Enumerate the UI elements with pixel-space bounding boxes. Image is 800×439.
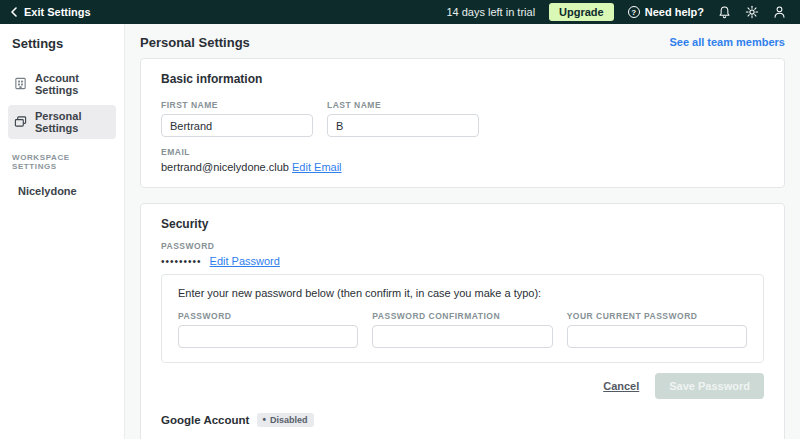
- chevron-left-icon: [10, 7, 18, 17]
- exit-settings-button[interactable]: Exit Settings: [10, 6, 91, 18]
- password-label: PASSWORD: [161, 241, 764, 251]
- cancel-button[interactable]: Cancel: [603, 380, 639, 392]
- need-help-button[interactable]: ? Need help?: [628, 6, 704, 18]
- password-confirmation-label: PASSWORD CONFIRMATION: [372, 311, 552, 321]
- need-help-label: Need help?: [645, 6, 704, 18]
- edit-email-link[interactable]: Edit Email: [292, 161, 342, 173]
- sidebar-item-personal-settings[interactable]: Personal Settings: [8, 105, 116, 139]
- new-password-field[interactable]: [178, 325, 358, 348]
- save-password-button[interactable]: Save Password: [655, 373, 764, 399]
- status-dot-icon: •: [262, 415, 266, 425]
- new-password-label: PASSWORD: [178, 311, 358, 321]
- current-password-label: YOUR CURRENT PASSWORD: [567, 311, 747, 321]
- trial-countdown: 14 days left in trial: [446, 6, 535, 18]
- gear-icon[interactable]: [745, 5, 759, 19]
- upgrade-button[interactable]: Upgrade: [549, 3, 614, 21]
- page-title: Personal Settings: [140, 35, 250, 50]
- new-password-prompt: Enter your new password below (then conf…: [178, 287, 747, 299]
- current-password-field[interactable]: [567, 325, 747, 348]
- last-name-label: LAST NAME: [327, 100, 479, 110]
- google-account-section: Google Account •Disabled Link a Google a…: [161, 413, 764, 439]
- profile-card-icon: [14, 115, 27, 130]
- security-card: Security PASSWORD ••••••••• Edit Passwor…: [140, 203, 785, 439]
- edit-password-link[interactable]: Edit Password: [210, 255, 280, 267]
- google-status-badge: •Disabled: [257, 413, 314, 427]
- bell-icon[interactable]: [718, 5, 731, 19]
- password-mask: •••••••••: [161, 256, 202, 267]
- sidebar-item-account-settings[interactable]: Account Settings: [8, 67, 116, 101]
- security-heading: Security: [161, 217, 764, 231]
- google-account-heading: Google Account: [161, 414, 249, 426]
- password-confirmation-field[interactable]: [372, 325, 552, 348]
- top-bar: Exit Settings 14 days left in trial Upgr…: [0, 0, 800, 24]
- first-name-label: FIRST NAME: [161, 100, 313, 110]
- see-all-team-members-link[interactable]: See all team members: [669, 36, 785, 48]
- building-icon: [14, 77, 27, 92]
- last-name-field[interactable]: [327, 114, 479, 137]
- new-password-panel: Enter your new password below (then conf…: [161, 274, 764, 363]
- email-label: EMAIL: [161, 147, 764, 157]
- basic-information-heading: Basic information: [161, 72, 764, 86]
- main-content: Personal Settings See all team members B…: [125, 24, 800, 439]
- email-value: bertrand@nicelydone.club: [161, 161, 289, 173]
- workspace-settings-section-label: WORKSPACE SETTINGS: [12, 153, 116, 171]
- sidebar-title: Settings: [12, 36, 116, 51]
- exit-settings-label: Exit Settings: [24, 6, 91, 18]
- user-profile-icon[interactable]: [773, 5, 786, 19]
- sidebar-item-nicelydone[interactable]: Nicelydone: [8, 181, 116, 201]
- sidebar-item-label: Account Settings: [35, 72, 110, 96]
- sidebar-item-label: Personal Settings: [35, 110, 110, 134]
- question-circle-icon: ?: [628, 6, 640, 18]
- first-name-field[interactable]: [161, 114, 313, 137]
- settings-sidebar: Settings Account Settings Personal Setti…: [0, 24, 125, 439]
- basic-information-card: Basic information FIRST NAME LAST NAME E…: [140, 58, 785, 188]
